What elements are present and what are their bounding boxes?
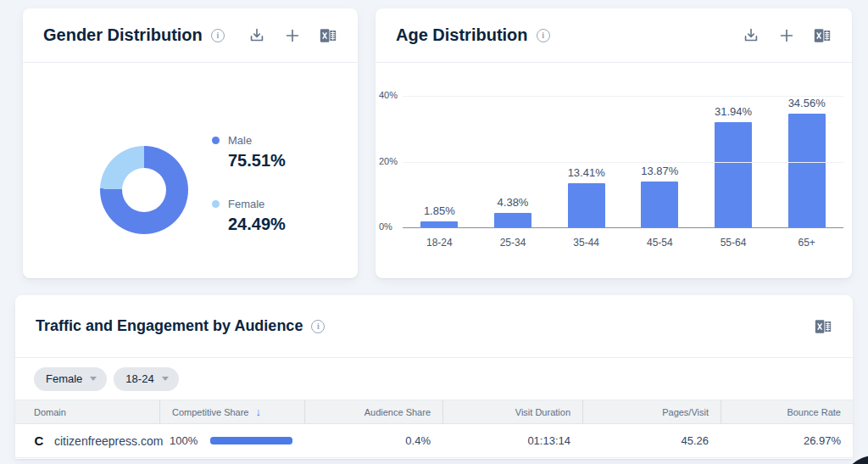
age-filter-value: 18-24: [125, 372, 153, 385]
audience-share-cell: 0.4%: [304, 434, 442, 447]
bar-value-label: 13.87%: [641, 165, 678, 177]
info-icon[interactable]: i: [211, 29, 225, 42]
age-bar[interactable]: [568, 183, 605, 227]
column-header-pages-per-visit[interactable]: Pages/Visit: [582, 400, 721, 423]
female-legend-dot: [212, 200, 220, 208]
x-axis-label: 18-24: [403, 237, 476, 249]
x-axis-label: 55-64: [697, 237, 771, 249]
gender-filter-dropdown[interactable]: Female: [34, 367, 107, 391]
pages-per-visit-cell: 45.26: [582, 434, 721, 447]
column-header-audience-share[interactable]: Audience Share: [304, 400, 442, 423]
bar-value-label: 1.85%: [424, 204, 455, 217]
column-header-bounce-rate[interactable]: Bounce Rate: [721, 400, 853, 423]
excel-export-icon[interactable]: [813, 26, 832, 45]
download-icon[interactable]: [742, 26, 760, 45]
add-to-dashboard-icon[interactable]: [777, 26, 796, 45]
x-axis-label: 35-44: [549, 237, 623, 249]
bar-value-label: 31.94%: [715, 105, 752, 118]
age-plot: 1.85%4.38%13.41%13.87%31.94%34.56% 18-24…: [403, 63, 843, 277]
traffic-engagement-card: Traffic and Engagement by Audience i Fem…: [15, 295, 853, 459]
y-axis-label: 40%: [379, 90, 401, 100]
x-axis-label: 45-54: [623, 237, 697, 249]
gender-card-title: Gender Distribution: [43, 25, 203, 45]
y-axis-label: 20%: [379, 156, 401, 166]
age-bar[interactable]: [420, 221, 458, 227]
female-legend-label: Female: [228, 198, 264, 210]
download-icon[interactable]: [248, 26, 266, 45]
age-distribution-card: Age Distribution i 0%20%40% 1.85%4.38%13…: [376, 8, 852, 278]
age-bars-row: 1.85%4.38%13.41%13.87%31.94%34.56%: [403, 63, 843, 227]
table-row[interactable]: C citizenfreepress.com 100% 0.4% 01:13:1…: [15, 424, 853, 458]
traffic-card-title: Traffic and Engagement by Audience: [36, 317, 303, 335]
bar-value-label: 4.38%: [498, 196, 529, 209]
audience-filter-bar: Female 18-24: [15, 358, 853, 400]
site-favicon: C: [32, 433, 46, 448]
traffic-card-header: Traffic and Engagement by Audience i: [15, 295, 853, 358]
domain-link[interactable]: citizenfreepress.com: [54, 434, 163, 448]
male-legend-label: Male: [228, 134, 252, 147]
age-bar[interactable]: [788, 114, 826, 227]
add-to-dashboard-icon[interactable]: [283, 26, 302, 45]
age-bar[interactable]: [641, 182, 678, 227]
competitive-share-value: 100%: [170, 434, 200, 447]
age-filter-dropdown[interactable]: 18-24: [114, 367, 178, 391]
age-card-actions: [742, 26, 832, 45]
age-xlabels-row: 18-2425-3435-4445-5455-6465+: [403, 237, 843, 249]
age-bar[interactable]: [494, 213, 531, 227]
bounce-rate-cell: 26.97%: [721, 434, 853, 447]
domain-cell: C citizenfreepress.com: [15, 433, 159, 448]
age-chart-body: 0%20%40% 1.85%4.38%13.41%13.87%31.94%34.…: [376, 63, 852, 277]
female-percent-value: 24.49%: [212, 215, 286, 234]
legend-item-female[interactable]: Female 24.49%: [212, 198, 286, 234]
info-icon[interactable]: i: [537, 29, 550, 42]
age-card-header: Age Distribution i: [376, 8, 852, 63]
x-axis-label: 25-34: [476, 237, 550, 249]
gender-donut[interactable]: [100, 146, 188, 234]
competitive-share-track: [210, 437, 292, 444]
competitive-share-cell: 100%: [159, 434, 304, 447]
table-header-row: Domain Competitive Share ↓ Audience Shar…: [15, 400, 853, 424]
gridline: [403, 162, 843, 163]
sort-descending-icon: ↓: [256, 405, 262, 418]
visit-duration-cell: 01:13:14: [442, 434, 582, 447]
age-bar-slot: 31.94%: [697, 105, 771, 227]
bar-value-label: 34.56%: [788, 97, 826, 109]
x-axis-line: [403, 227, 843, 228]
age-bar[interactable]: [715, 122, 752, 227]
gender-distribution-card: Gender Distribution i Male 75.51%: [23, 8, 358, 278]
gender-card-actions: [248, 26, 337, 45]
info-icon[interactable]: i: [311, 320, 325, 333]
gender-chart-body: Male 75.51% Female 24.49%: [23, 63, 358, 277]
y-axis-label: 0%: [379, 221, 401, 232]
bar-value-label: 13.41%: [568, 166, 605, 179]
age-bar-slot: 13.41%: [549, 166, 623, 227]
traffic-card-actions: [814, 317, 832, 336]
legend-item-male[interactable]: Male 75.51%: [212, 134, 286, 171]
male-percent-value: 75.51%: [212, 151, 286, 171]
x-axis-label: 65+: [770, 237, 843, 249]
chevron-down-icon: [90, 377, 97, 381]
column-header-domain[interactable]: Domain: [15, 400, 159, 423]
age-bar-slot: 13.87%: [623, 165, 697, 227]
age-bar-slot: 4.38%: [476, 196, 550, 227]
excel-export-icon[interactable]: [319, 26, 337, 45]
age-bar-slot: 1.85%: [403, 204, 476, 227]
competitive-share-bar: [210, 437, 292, 444]
gender-legend: Male 75.51% Female 24.49%: [212, 134, 286, 234]
column-header-competitive-share[interactable]: Competitive Share ↓: [159, 400, 304, 423]
gender-card-header: Gender Distribution i: [23, 8, 358, 63]
chevron-down-icon: [162, 377, 169, 381]
gender-filter-value: Female: [46, 372, 82, 385]
column-header-visit-duration[interactable]: Visit Duration: [442, 400, 582, 423]
male-legend-dot: [212, 137, 220, 144]
gridline: [403, 96, 843, 97]
age-card-title: Age Distribution: [396, 25, 528, 45]
excel-export-icon[interactable]: [814, 317, 832, 336]
